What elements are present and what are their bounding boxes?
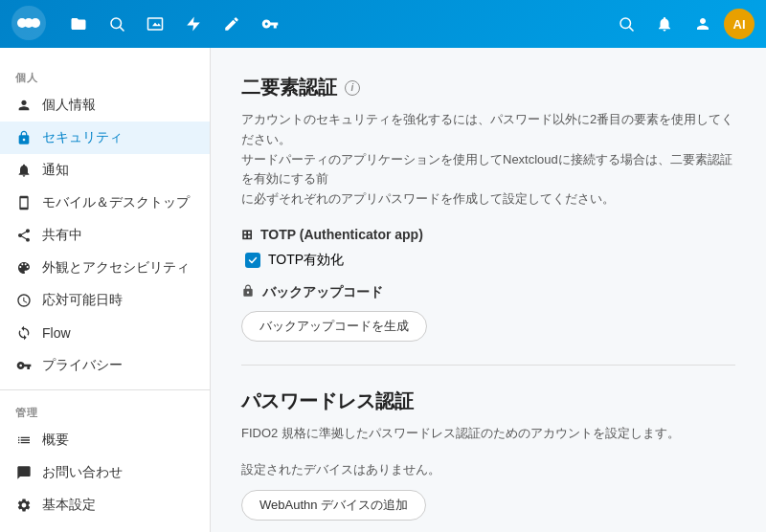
person-icon [15, 97, 33, 114]
passwordless-description: FIDO2 規格に準拠したパスワードレス認証のためのアカウントを設定します。 [241, 424, 735, 444]
files-icon[interactable] [61, 7, 96, 41]
topbar-right: AI [609, 7, 755, 41]
sidebar-item-basic-settings[interactable]: 基本設定 [0, 489, 210, 521]
section-divider-1 [241, 365, 735, 366]
bell-icon [15, 162, 33, 179]
content-area: 二要素認証 i アカウントのセキュリティを強化するには、パスワード以外に2番目の… [211, 48, 766, 532]
nextcloud-logo[interactable] [11, 6, 46, 43]
contacts-icon[interactable] [686, 7, 720, 41]
svg-line-8 [629, 27, 633, 31]
sidebar-item-notifications-label: 通知 [42, 162, 69, 179]
sidebar-item-availability[interactable]: 応対可能日時 [0, 284, 210, 317]
sidebar-item-mobile-desktop[interactable]: モバイル＆デスクトップ [0, 187, 210, 219]
flow-icon [15, 324, 33, 342]
grid-icon: ⊞ [241, 227, 253, 242]
clock-icon [15, 292, 33, 309]
sidebar-item-sharing-label: 共有中 [42, 227, 82, 244]
svg-marker-6 [187, 17, 200, 32]
notification-icon[interactable] [647, 7, 682, 41]
sidebar-item-overview[interactable]: 概要 [0, 424, 210, 456]
backup-code-button[interactable]: バックアップコードを生成 [241, 311, 427, 342]
two-factor-title: 二要素認証 i [241, 75, 735, 100]
photos-icon[interactable] [138, 7, 172, 41]
share-icon [15, 227, 33, 244]
two-factor-section: 二要素認証 i アカウントのセキュリティを強化するには、パスワード以外に2番目の… [241, 75, 735, 342]
gear-icon [15, 497, 33, 514]
svg-point-7 [620, 18, 631, 29]
lock-icon [15, 129, 33, 146]
sidebar: 個人 個人情報 セキュリティ 通知 モバイル＆デスクトップ [0, 48, 211, 532]
search-icon[interactable] [609, 7, 643, 41]
info-icon[interactable]: i [345, 80, 360, 96]
sidebar-item-security[interactable]: セキュリティ [0, 122, 210, 154]
edit-icon[interactable] [214, 7, 249, 41]
activity-icon[interactable] [176, 7, 211, 41]
no-device-text: 設定されたデバイスはありません。 [241, 461, 735, 478]
sidebar-item-accessibility[interactable]: 外観とアクセシビリティ [0, 252, 210, 284]
passwordless-section: パスワードレス認証 FIDO2 規格に準拠したパスワードレス認証のためのアカウン… [241, 388, 735, 521]
svg-point-3 [31, 18, 40, 28]
mobile-icon [15, 194, 33, 211]
totp-checkbox-label: TOTP有効化 [268, 252, 344, 269]
chat-icon [15, 464, 33, 481]
sidebar-section-admin: 管理 [0, 398, 210, 424]
sidebar-item-privacy[interactable]: プライバシー [0, 349, 210, 382]
totp-checkbox[interactable] [245, 253, 260, 268]
search-nav-icon[interactable] [100, 7, 134, 41]
add-webauthn-button[interactable]: WebAuthn デバイスの追加 [241, 490, 426, 521]
sidebar-item-sharing[interactable]: 共有中 [0, 219, 210, 252]
sidebar-item-personal-info-label: 個人情報 [42, 97, 96, 114]
sidebar-item-mobile-label: モバイル＆デスクトップ [42, 194, 190, 211]
sidebar-divider [0, 389, 210, 390]
password-nav-icon[interactable] [253, 7, 287, 41]
list-icon [15, 432, 33, 449]
sidebar-item-security-label: セキュリティ [42, 129, 123, 146]
sidebar-item-overview-label: 概要 [42, 432, 69, 449]
key-icon [15, 357, 33, 374]
palette-icon [15, 259, 33, 277]
passwordless-title: パスワードレス認証 [241, 388, 735, 414]
sidebar-item-support-label: お問い合わせ [42, 464, 123, 481]
sidebar-item-availability-label: 応対可能日時 [42, 292, 123, 309]
sidebar-item-basic-settings-label: 基本設定 [42, 497, 96, 514]
sidebar-item-personal-info[interactable]: 個人情報 [0, 89, 210, 122]
avatar[interactable]: AI [724, 9, 755, 39]
svg-line-5 [120, 27, 124, 31]
sidebar-item-notifications[interactable]: 通知 [0, 154, 210, 187]
svg-point-4 [111, 18, 122, 29]
totp-header: ⊞ TOTP (Authenticator app) [241, 227, 735, 242]
sidebar-item-accessibility-label: 外観とアクセシビリティ [42, 259, 190, 277]
topbar: AI [0, 0, 766, 48]
two-factor-description: アカウントのセキュリティを強化するには、パスワード以外に2番目の要素を使用してく… [241, 110, 735, 210]
topbar-nav-icons [61, 7, 594, 41]
sidebar-item-privacy-label: プライバシー [42, 357, 123, 374]
backup-lock-icon [241, 284, 255, 300]
sidebar-item-support[interactable]: お問い合わせ [0, 456, 210, 489]
main-layout: 個人 個人情報 セキュリティ 通知 モバイル＆デスクトップ [0, 48, 766, 532]
totp-checkbox-row[interactable]: TOTP有効化 [245, 252, 735, 269]
sidebar-section-personal: 個人 [0, 63, 210, 89]
backup-header: バックアップコード [241, 284, 735, 301]
sidebar-item-flow[interactable]: Flow [0, 317, 210, 349]
sidebar-item-flow-label: Flow [42, 325, 71, 341]
